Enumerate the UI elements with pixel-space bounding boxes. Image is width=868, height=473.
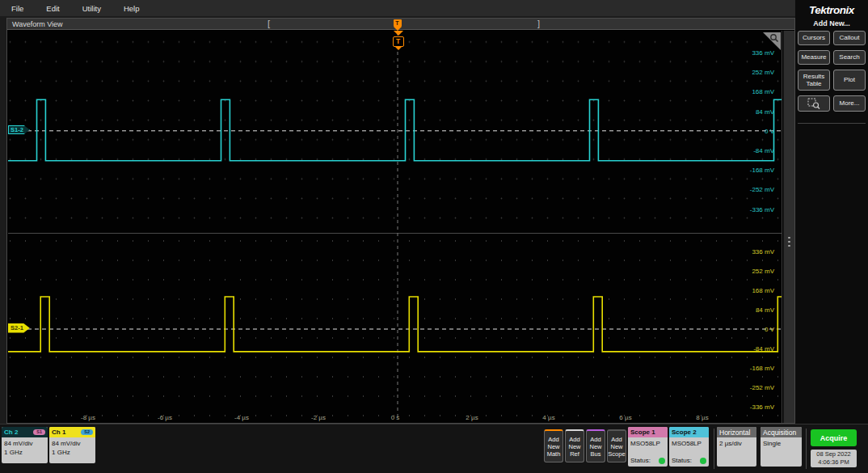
add-new-scope-button[interactable]: Add New Scope (607, 429, 626, 462)
tekscope-app: File Edit Utility Help Waveform View [ ]… (0, 0, 868, 473)
waveform-view-title: Waveform View (12, 20, 63, 28)
x-tick-label: -8 µs (81, 414, 95, 421)
horizontal-scale: 2 µs/div (717, 437, 756, 450)
waveform-view-header: Waveform View [ ] T (7, 19, 794, 30)
x-tick-label: 4 µs (542, 414, 554, 421)
trigger-arrow-icon (394, 31, 403, 36)
bar-divider (714, 429, 714, 469)
add-new-header: Add New... (795, 19, 868, 27)
plot-button[interactable]: Plot (833, 70, 866, 91)
zoom-corner-button[interactable] (763, 32, 781, 50)
zoom-tool-button[interactable] (798, 95, 830, 112)
add-new-math-button[interactable]: Add New Math (544, 429, 563, 462)
scope-2-tag: S2 (81, 429, 93, 436)
x-tick-label: -2 µs (311, 414, 326, 421)
y-tick-label: -84 mV (753, 345, 774, 353)
date-text: 08 Sep 2022 (816, 450, 851, 458)
y-tick-label: -336 mV (750, 205, 774, 213)
add-new-ref-button[interactable]: Add New Ref (565, 429, 584, 462)
view-splitter[interactable] (783, 31, 794, 423)
x-tick-label: -6 µs (158, 414, 172, 421)
plot-divider (8, 233, 782, 234)
channel-2-bandwidth: 1 GHz (4, 448, 45, 457)
menu-edit[interactable]: Edit (35, 2, 70, 15)
trigger-t-icon: T (394, 19, 402, 27)
overview-right-bracket: ] (537, 19, 540, 28)
trigger-position-indicator[interactable]: T (393, 19, 402, 31)
channel-1-scale: 84 mV/div (52, 439, 93, 448)
scope-2-model: MSO58LP (672, 439, 706, 448)
channel-1-label: Ch 1 (52, 429, 65, 436)
y-tick-label: 0 V (765, 326, 774, 333)
scope-2-badge[interactable]: Scope 2 MSO58LP Status: (669, 427, 709, 467)
time-text: 4:06:36 PM (818, 458, 849, 467)
scope-1-tag: S1 (33, 429, 45, 436)
x-tick-label: -4 µs (234, 414, 249, 421)
trigger-level-marker[interactable]: T (392, 31, 404, 50)
sidebar-separator (798, 123, 866, 124)
graticule-bottom (8, 234, 782, 420)
acquire-button[interactable]: Acquire (811, 429, 857, 446)
y-tick-label: -168 mV (750, 365, 774, 372)
channel-2-scale: 84 mV/div (4, 439, 45, 448)
magnifier-icon (769, 33, 779, 43)
waveform-view: Waveform View [ ] T 336 mV252 mV168 mV84… (6, 18, 795, 424)
x-tick-label: 8 µs (696, 414, 708, 421)
menu-bar: File Edit Utility Help (0, 0, 795, 16)
scope-1-status-label: Status: (630, 456, 651, 465)
callout-button[interactable]: Callout (833, 31, 866, 45)
horizontal-badge[interactable]: Horizontal 2 µs/div (717, 427, 756, 467)
trigger-arrow-icon (395, 47, 402, 50)
trigger-t-icon: T (393, 36, 404, 47)
horizontal-title: Horizontal (717, 427, 756, 437)
add-new-buttons: Cursors Callout Measure Search Results T… (798, 31, 866, 112)
acquisition-title: Acquisition (761, 427, 802, 437)
y-tick-label: -336 mV (750, 403, 774, 411)
y-tick-label: 84 mV (756, 108, 774, 115)
y-tick-label: -252 mV (750, 186, 774, 193)
y-tick-label: 0 V (765, 127, 774, 134)
results-table-button[interactable]: Results Table (798, 70, 830, 91)
splitter-grip-icon (788, 234, 790, 249)
channel-2-label: Ch 2 (4, 429, 18, 436)
acquisition-badge[interactable]: Acquisition Single (761, 427, 802, 467)
y-tick-label: -168 mV (750, 167, 774, 174)
y-tick-label: 168 mV (752, 287, 774, 294)
datetime-display[interactable]: 08 Sep 2022 4:06:36 PM (811, 450, 857, 467)
measure-button[interactable]: Measure (798, 50, 830, 65)
plot-area[interactable]: 336 mV252 mV168 mV84 mV0 V-84 mV-168 mV-… (8, 31, 782, 423)
x-tick-label: 6 µs (619, 414, 631, 421)
x-tick-label: 0 s (391, 414, 400, 421)
zoom-select-icon (807, 98, 820, 109)
scope-1-badge[interactable]: Scope 1 MSO58LP Status: (628, 427, 668, 467)
settings-bar: Ch 2 S1 84 mV/div 1 GHz Ch 1 S2 84 mV/di… (0, 424, 868, 473)
y-tick-label: -252 mV (750, 384, 774, 391)
y-tick-label: 168 mV (752, 88, 774, 95)
y-tick-label: 84 mV (756, 306, 774, 314)
y-tick-label: 252 mV (752, 268, 774, 275)
bar-divider (806, 429, 807, 469)
right-panel: Tektronix Add New... Cursors Callout Mea… (795, 0, 868, 424)
x-tick-label: 2 µs (466, 414, 478, 421)
more-button[interactable]: More... (833, 95, 866, 112)
y-tick-label: 252 mV (752, 69, 774, 76)
channel-1-badge[interactable]: Ch 1 S2 84 mV/div 1 GHz (49, 427, 95, 463)
menu-file[interactable]: File (0, 2, 35, 15)
menu-help[interactable]: Help (112, 2, 151, 15)
graticule-top (8, 31, 782, 233)
add-new-bus-button[interactable]: Add New Bus (586, 429, 605, 462)
scope-2-status-label: Status: (672, 456, 692, 465)
tektronix-logo: Tektronix (795, 4, 868, 16)
scope-1-model: MSO58LP (630, 439, 665, 448)
y-tick-label: 336 mV (752, 248, 774, 256)
cursors-button[interactable]: Cursors (798, 31, 830, 45)
status-ok-icon (659, 458, 665, 464)
channel-1-bandwidth: 1 GHz (52, 448, 93, 457)
search-button[interactable]: Search (833, 50, 866, 65)
status-ok-icon (700, 458, 706, 464)
y-tick-label: -84 mV (753, 147, 774, 154)
overview-left-bracket: [ (268, 19, 270, 28)
scope-2-name: Scope 2 (672, 429, 697, 436)
channel-2-badge[interactable]: Ch 2 S1 84 mV/div 1 GHz (2, 427, 48, 463)
menu-utility[interactable]: Utility (71, 2, 112, 15)
